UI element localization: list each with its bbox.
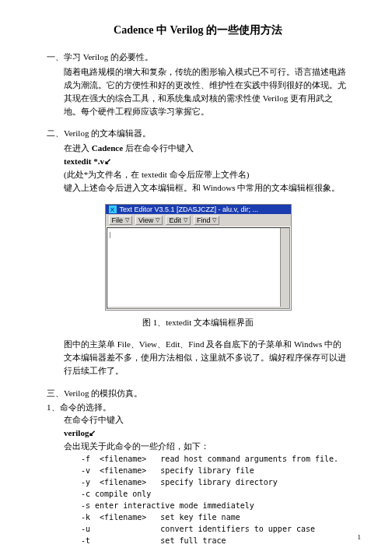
scrollbar-vertical[interactable] xyxy=(280,228,289,308)
verilog-option-line: -y <filename> specify library directory xyxy=(81,476,349,488)
editor-screenshot: X Text Editor V3.5.1 [ZDASJCZZ] - alu.v,… xyxy=(105,204,292,311)
menu-find-label: Find xyxy=(197,216,211,224)
verilog-option-line: -t set full trace xyxy=(81,535,349,546)
window-icon: X xyxy=(109,205,117,213)
verilog-option-line: -c compile only xyxy=(81,488,349,500)
chevron-down-icon: ▽ xyxy=(125,217,129,223)
section3-line2: verilog↙ xyxy=(64,427,349,440)
scrollbar-horizontal[interactable] xyxy=(107,307,289,308)
section3-line1: 在命令行中键入 xyxy=(64,413,349,427)
section1-body: 随着电路规模的增大和复杂，传统的图形输入模式已不可行。语言描述电路成为潮流。它的… xyxy=(64,65,349,118)
section1-head: 一、学习 Verilog 的必要性。 xyxy=(47,51,349,63)
cadence-word: Cadence xyxy=(92,143,123,153)
section2-line3: (此处*为文件名，在 textedit 命令后应带上文件名) xyxy=(64,168,349,181)
text: 后在命令行中键入 xyxy=(123,143,194,153)
chevron-down-icon: ▽ xyxy=(184,217,187,223)
editor-title-text: Text Editor V3.5.1 [ZDASJCZZ] - alu.v, d… xyxy=(120,205,258,213)
verilog-option-line: -s enter interactive mode immediately xyxy=(81,500,349,511)
verilog-option-line: -v <filename> specify library file xyxy=(81,465,349,476)
section3-head: 三、Verilog 的模拟仿真。 xyxy=(47,388,349,399)
section3-line3: 会出现关于此命令的一些介绍，如下： xyxy=(64,440,349,453)
chevron-down-icon: ▽ xyxy=(156,217,159,223)
editor-titlebar: X Text Editor V3.5.1 [ZDASJCZZ] - alu.v,… xyxy=(106,205,291,214)
text: 在进入 xyxy=(64,143,92,153)
menu-edit[interactable]: Edit▽ xyxy=(166,216,191,225)
editor-menubar: File▽ View▽ Edit▽ Find▽ xyxy=(106,214,291,227)
menu-edit-label: Edit xyxy=(169,216,181,224)
page-number: 1 xyxy=(358,533,362,541)
editor-textarea[interactable]: | xyxy=(107,227,290,309)
section2-line2: textedit *.v↙ xyxy=(64,155,349,168)
verilog-option-line: -u convert identifiers to upper case xyxy=(81,523,349,535)
menu-file-label: File xyxy=(112,216,124,224)
section2-line1: 在进入 Cadence 后在命令行中键入 xyxy=(64,142,349,155)
menu-file[interactable]: File▽ xyxy=(109,216,133,225)
verilog-option-line: -f <filename> read host command argument… xyxy=(81,453,349,465)
section2-postfig: 图中的主菜单 File、View、Edit、Find 及各自底下的子菜单和 Wi… xyxy=(64,338,349,378)
verilog-option-line: -k <filename> set key file name xyxy=(81,511,349,523)
section2-head: 二、Verilog 的文本编辑器。 xyxy=(47,128,349,139)
chevron-down-icon: ▽ xyxy=(212,217,216,223)
section3-sub: 1、命令的选择。 xyxy=(47,402,349,413)
menu-find[interactable]: Find▽ xyxy=(194,216,220,225)
section2-line4: 键入上述命令后进入文本编辑框。和 Windows 中常用的文本编辑框很象。 xyxy=(64,181,349,195)
menu-view[interactable]: View▽ xyxy=(135,216,163,225)
doc-title: Cadence 中 Verilog 的一些使用方法 xyxy=(47,23,349,37)
editor-cursor: | xyxy=(110,230,111,238)
menu-view-label: View xyxy=(138,216,153,224)
figure1-caption: 图 1、textedit 文本编辑框界面 xyxy=(47,317,349,328)
